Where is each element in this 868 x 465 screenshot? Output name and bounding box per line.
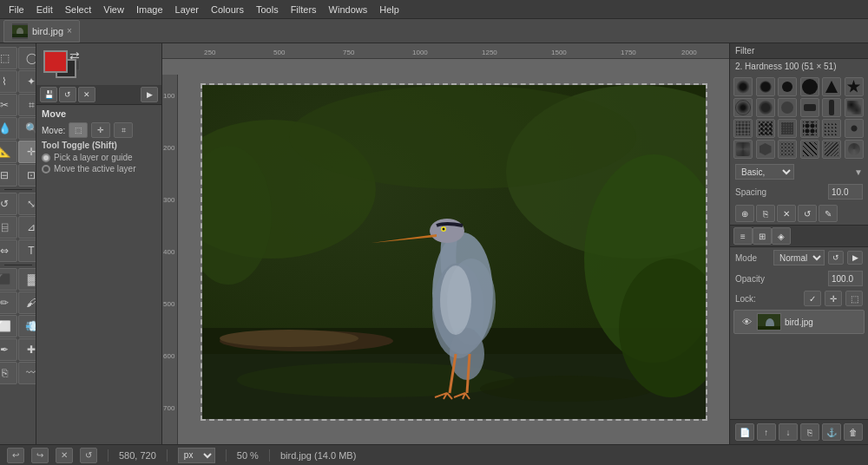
menu-help[interactable]: Help [374,3,404,16]
brush-cell-1[interactable] [733,77,753,96]
layers-channel-btn[interactable]: ◈ [772,227,791,245]
menu-image[interactable]: Image [131,3,168,16]
flip-tool[interactable]: ⇔ [0,239,17,262]
brush-cell-13[interactable] [733,119,753,138]
scale-tool[interactable]: ⤡ [18,193,36,215]
lock-pixels-btn[interactable]: ✓ [804,291,821,306]
mode-select[interactable]: Normal [773,250,825,265]
mode-reset-btn[interactable]: ↺ [828,251,844,265]
brush-cell-20[interactable] [756,140,775,159]
layer-delete-btn[interactable]: 🗑 [844,423,863,441]
brush-refresh-btn[interactable]: ↺ [798,205,817,222]
rect-select-tool[interactable]: ⬚ [0,47,17,69]
measure-tool[interactable]: 📐 [0,141,17,163]
paintbrush-tool[interactable]: 🖌 [18,291,36,314]
menu-filters[interactable]: Filters [286,3,322,16]
brush-cell-11[interactable] [822,98,841,117]
text-tool[interactable]: T [18,239,36,262]
option-pick-layer-radio[interactable] [42,154,50,162]
menu-windows[interactable]: Windows [324,3,373,16]
menu-colours[interactable]: Colours [206,3,249,16]
layer-item-bird[interactable]: 👁 bird.jpg [733,310,865,334]
options-restore-btn[interactable]: ↺ [59,87,76,102]
layer-anchor-btn[interactable]: ⚓ [822,423,841,441]
brush-cell-12[interactable] [845,98,864,117]
zoom-tool[interactable]: 🔍 [18,117,36,140]
fuzzy-select-tool[interactable]: ✦ [18,70,36,93]
brush-cell-21[interactable] [778,140,797,159]
free-select-tool[interactable]: ⌇ [0,70,17,93]
menu-file[interactable]: File [3,3,30,16]
brush-cell-14[interactable] [756,119,775,138]
perspective-tool[interactable]: ⊿ [18,216,36,239]
brush-delete-btn[interactable]: ✕ [777,205,796,222]
brush-cell-19[interactable] [733,140,753,159]
shear-tool[interactable]: ⌸ [0,216,17,239]
brush-cell-18[interactable] [845,119,864,138]
scissors-tool[interactable]: ✂ [0,94,17,116]
brush-cell-17[interactable] [822,119,841,138]
ink-tool[interactable]: ✒ [0,338,17,361]
menu-select[interactable]: Select [60,3,97,16]
mode-options-btn[interactable]: ▶ [847,251,863,265]
layer-visibility-btn[interactable]: 👁 [740,315,753,329]
bucket-fill-tool[interactable]: ⬛ [0,268,17,291]
statusbar-restore-btn[interactable]: ↺ [80,448,97,463]
options-save-btn[interactable]: 💾 [40,87,57,102]
brush-cell-23[interactable] [822,140,841,159]
ellipse-select-tool[interactable]: ◯ [18,47,36,69]
paths-tool[interactable]: ⌗ [18,94,36,116]
color-picker-tool[interactable]: 💧 [0,117,17,140]
blend-tool[interactable]: ▓ [18,268,36,291]
brush-cell-22[interactable] [800,140,819,159]
option-pick-layer[interactable]: Pick a layer or guide [42,153,156,162]
tab-bird-jpg[interactable]: bird.jpg × [3,20,80,43]
brush-cell-3[interactable] [778,77,797,96]
brush-cell-16[interactable] [800,119,819,138]
clone-tool[interactable]: ⎘ [0,362,17,384]
lock-position-btn[interactable]: ✛ [825,291,842,306]
brush-cell-7[interactable] [733,98,753,117]
layer-move-down-btn[interactable]: ↓ [779,423,798,441]
brush-cell-2[interactable] [756,77,775,96]
brush-cell-6[interactable] [845,77,864,96]
layers-grid-btn[interactable]: ⊞ [753,227,772,245]
brush-cell-8[interactable] [756,98,775,117]
menu-tools[interactable]: Tools [251,3,284,16]
move-layer-btn[interactable]: ⬚ [69,122,88,138]
statusbar-redo-btn[interactable]: ↪ [31,448,49,463]
spacing-input[interactable] [828,184,863,200]
brush-cell-24[interactable] [845,140,864,159]
eraser-tool[interactable]: ⬜ [0,315,17,337]
brush-edit-btn[interactable]: ✎ [819,205,838,222]
brush-new-btn[interactable]: ⊕ [735,205,754,222]
brush-cell-15[interactable] [778,119,797,138]
layer-duplicate-btn[interactable]: ⎘ [800,423,819,441]
move-path-btn[interactable]: ⌗ [114,122,133,138]
brush-cell-5[interactable] [822,77,841,96]
layer-new-btn[interactable]: 📄 [735,423,754,441]
rotate-tool[interactable]: ↺ [0,193,17,215]
option-move-active[interactable]: Move the active layer [42,164,156,174]
brush-cell-9[interactable] [778,98,797,117]
crop-tool[interactable]: ⊡ [18,164,36,187]
menu-edit[interactable]: Edit [31,3,58,16]
menu-view[interactable]: View [98,3,129,16]
tab-close-button[interactable]: × [67,26,72,36]
move-selection-btn[interactable]: ✛ [91,122,110,138]
options-delete-btn[interactable]: ✕ [78,87,95,102]
menu-layer[interactable]: Layer [170,3,205,16]
align-tool[interactable]: ⊟ [0,164,17,187]
opacity-input[interactable] [828,271,863,286]
smudge-tool[interactable]: 〰 [18,362,36,384]
move-tool[interactable]: ✛ [18,141,36,163]
unit-select[interactable]: px mm in [178,448,215,463]
brush-cell-4[interactable] [800,77,819,96]
options-expand-btn[interactable]: ▶ [141,87,158,102]
statusbar-cancel-btn[interactable]: ✕ [56,448,73,463]
lock-alpha-btn[interactable]: ⬚ [845,291,863,306]
statusbar-undo-btn[interactable]: ↩ [7,448,24,463]
option-move-active-radio[interactable] [42,165,50,174]
airbrush-tool[interactable]: 💨 [18,315,36,337]
brush-cell-10[interactable] [800,98,819,117]
